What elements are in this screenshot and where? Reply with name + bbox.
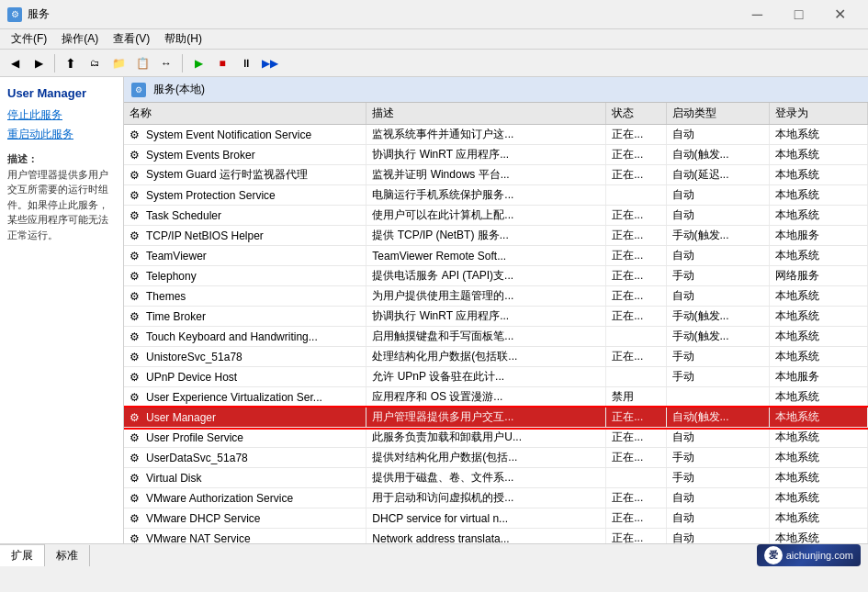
table-row[interactable]: ⚙VMware NAT ServiceNetwork address trans… [124, 529, 868, 544]
service-name-cell: ⚙UPnP Device Host [130, 371, 237, 384]
tab-expand[interactable]: 扩展 [0, 544, 45, 566]
gear-icon: ⚙ [130, 310, 142, 323]
table-row[interactable]: ⚙System Protection Service电脑运行手机系统保护服务..… [124, 185, 868, 206]
col-header-desc[interactable]: 描述 [366, 103, 606, 125]
table-row[interactable]: ⚙User Experience Virtualization Ser...应用… [124, 387, 868, 408]
service-name-label: Virtual Disk [146, 472, 201, 485]
table-row[interactable]: ⚙Themes为用户提供使用主题管理的...正在...自动本地系统 [124, 286, 868, 307]
status-bar: 扩展 标准 [0, 543, 868, 566]
service-name-label: UserDataSvc_51a78 [146, 452, 248, 464]
gear-icon: ⚙ [130, 128, 142, 141]
service-name-label: Time Broker [146, 310, 206, 323]
service-name-label: User Profile Service [146, 431, 243, 444]
pause-button[interactable]: ⏸ [235, 52, 257, 74]
service-name-label: UnistoreSvc_51a78 [146, 351, 242, 363]
service-name-cell: ⚙UserDataSvc_51a78 [130, 452, 248, 464]
service-name-cell: ⚙Task Scheduler [130, 209, 221, 222]
show-hide-button[interactable]: 🗂 [84, 52, 106, 74]
move-button[interactable]: ↔ [155, 52, 177, 74]
gear-icon: ⚙ [130, 532, 142, 544]
table-row[interactable]: ⚙TeamViewerTeamViewer Remote Soft...正在..… [124, 246, 868, 266]
table-row[interactable]: ⚙VMware DHCP ServiceDHCP service for vir… [124, 508, 868, 529]
service-name-label: TCP/IP NetBIOS Helper [146, 229, 264, 242]
gear-icon: ⚙ [130, 431, 142, 444]
service-name-label: VMware NAT Service [146, 532, 251, 544]
table-row[interactable]: ⚙Touch Keyboard and Handwriting...启用触摸键盘… [124, 327, 868, 347]
service-name-cell: ⚙User Manager [130, 411, 216, 424]
title-bar: ⚙ 服务 ─ □ ✕ [0, 0, 868, 29]
title-bar-controls: ─ □ ✕ [737, 0, 861, 29]
services-icon: ⚙ [131, 83, 146, 97]
table-row[interactable]: ⚙System Event Notification Service监视系统事件… [124, 125, 868, 145]
watermark-text: aichunjing.com [786, 550, 853, 561]
left-panel: User Manager 停止此服务 重启动此服务 描述： 用户管理器提供多用户… [0, 77, 124, 543]
service-name-cell: ⚙Virtual Disk [130, 472, 201, 485]
table-row[interactable]: ⚙Virtual Disk提供用于磁盘、卷、文件系...手动本地系统 [124, 468, 868, 488]
table-row[interactable]: ⚙UserDataSvc_51a78提供对结构化用户数据(包括...正在...手… [124, 448, 868, 468]
table-row[interactable]: ⚙VMware Authorization Service用于启动和访问虚拟机的… [124, 488, 868, 508]
service-name-label: System Protection Service [146, 189, 276, 202]
service-name-cell: ⚙System Events Broker [130, 149, 255, 162]
gear-icon: ⚙ [130, 371, 142, 384]
gear-icon: ⚙ [130, 492, 142, 505]
tab-standard[interactable]: 标准 [45, 545, 90, 566]
right-panel-header: ⚙ 服务(本地) [124, 77, 868, 103]
service-name-cell: ⚙VMware NAT Service [130, 532, 251, 544]
right-panel-title: 服务(本地) [153, 82, 205, 97]
play-button[interactable]: ▶ [187, 52, 209, 74]
service-name-cell: ⚙System Event Notification Service [130, 128, 311, 141]
table-row[interactable]: ⚙TCP/IP NetBIOS Helper提供 TCP/IP (NetBT) … [124, 226, 868, 246]
restart-service-link[interactable]: 重启动此服务 [7, 127, 116, 142]
stop-button[interactable]: ■ [211, 52, 233, 74]
gear-icon: ⚙ [130, 512, 142, 525]
service-name-label: User Experience Virtualization Ser... [146, 391, 322, 404]
back-button[interactable]: ◀ [4, 52, 26, 74]
menu-file[interactable]: 文件(F) [4, 29, 54, 49]
table-row[interactable]: ⚙UPnP Device Host允许 UPnP 设备驻在此计...手动本地服务 [124, 367, 868, 387]
desc-label: 描述： [7, 153, 38, 164]
toolbar: ◀ ▶ ⬆ 🗂 📁 📋 ↔ ▶ ■ ⏸ ▶▶ [0, 50, 868, 77]
table-row[interactable]: ⚙User Manager用户管理器提供多用户交互...正在...自动(触发..… [124, 408, 868, 428]
table-row[interactable]: ⚙System Guard 运行时监视器代理监视并证明 Windows 平台..… [124, 165, 868, 185]
table-row[interactable]: ⚙User Profile Service此服务负责加载和卸载用户U...正在.… [124, 428, 868, 448]
service-name-cell: ⚙Telephony [130, 270, 197, 283]
services-table-area[interactable]: 名称 描述 状态 启动类型 登录为 ⚙System Event Notifica… [124, 103, 868, 543]
col-header-status[interactable]: 状态 [606, 103, 666, 125]
app-icon: ⚙ [7, 7, 22, 22]
service-name-label: Touch Keyboard and Handwriting... [146, 330, 318, 343]
maximize-button[interactable]: □ [778, 0, 819, 29]
window-title: 服务 [28, 6, 50, 22]
forward-button[interactable]: ▶ [28, 52, 50, 74]
copy-button[interactable]: 📋 [131, 52, 153, 74]
stop-service-link[interactable]: 停止此服务 [7, 107, 116, 123]
service-name-label: Task Scheduler [146, 209, 221, 222]
table-row[interactable]: ⚙Telephony提供电话服务 API (TAPI)支...正在...手动网络… [124, 266, 868, 286]
service-name-label: VMware DHCP Service [146, 512, 260, 525]
toolbar-separator-2 [182, 54, 183, 73]
service-name-cell: ⚙TCP/IP NetBIOS Helper [130, 229, 264, 242]
table-row[interactable]: ⚙System Events Broker协调执行 WinRT 应用程序...正… [124, 145, 868, 165]
table-row[interactable]: ⚙Task Scheduler使用户可以在此计算机上配...正在...自动本地系… [124, 206, 868, 226]
right-panel: ⚙ 服务(本地) 名称 描述 状态 启动类型 登录为 ⚙System Event… [124, 77, 868, 543]
menu-action[interactable]: 操作(A) [54, 29, 106, 49]
close-button[interactable]: ✕ [819, 0, 861, 29]
up-button[interactable]: ⬆ [60, 52, 82, 74]
table-row[interactable]: ⚙UnistoreSvc_51a78处理结构化用户数据(包括联...正在...手… [124, 347, 868, 367]
service-name-cell: ⚙VMware DHCP Service [130, 512, 260, 525]
col-header-startup[interactable]: 启动类型 [666, 103, 770, 125]
col-header-login[interactable]: 登录为 [770, 103, 868, 125]
menu-help[interactable]: 帮助(H) [157, 29, 209, 49]
table-row[interactable]: ⚙Time Broker协调执行 WinRT 应用程序...正在...手动(触发… [124, 307, 868, 327]
service-name-cell: ⚙UnistoreSvc_51a78 [130, 351, 242, 363]
service-name-label: UPnP Device Host [146, 371, 237, 384]
watermark: 爱 aichunjing.com [757, 544, 861, 566]
menu-view[interactable]: 查看(V) [106, 29, 157, 49]
table-header-row: 名称 描述 状态 启动类型 登录为 [124, 103, 868, 125]
folder-button[interactable]: 📁 [107, 52, 130, 74]
watermark-box: 爱 aichunjing.com [757, 544, 861, 566]
gear-icon: ⚙ [130, 290, 142, 303]
gear-icon: ⚙ [130, 391, 142, 404]
restart-button[interactable]: ▶▶ [259, 52, 281, 74]
col-header-name[interactable]: 名称 [124, 103, 366, 125]
minimize-button[interactable]: ─ [737, 0, 778, 29]
